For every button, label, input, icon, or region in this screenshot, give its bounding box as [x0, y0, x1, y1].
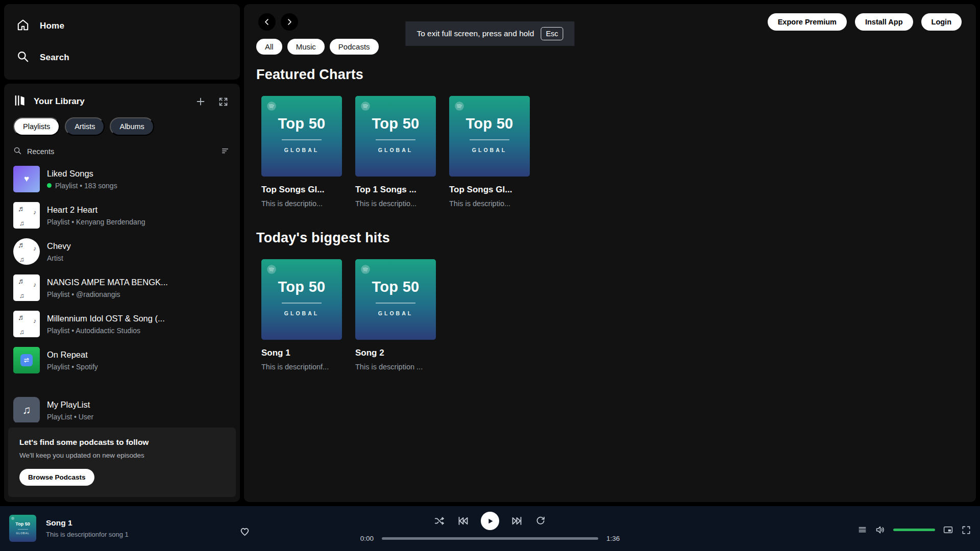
downloaded-dot-icon [47, 183, 52, 188]
card-title: Top 1 Songs ... [355, 185, 436, 195]
item-title: On Repeat [47, 350, 98, 360]
podcast-banner-title: Let's find some podcasts to follow [19, 438, 225, 447]
card-description: This is description ... [355, 363, 436, 371]
chart-card-3[interactable]: Top 50 GLOBAL Top Songs Gl... This is de… [449, 96, 530, 208]
top50-cover: Top 50 GLOBAL [449, 96, 530, 177]
recents-label[interactable]: Recents [27, 147, 54, 156]
hit-card-1[interactable]: Top 50 GLOBAL Song 1 This is description… [261, 259, 342, 371]
login-button[interactable]: Login [921, 13, 962, 31]
previous-track-button[interactable] [457, 515, 469, 527]
chip-playlists[interactable]: Playlists [13, 117, 60, 136]
library-item-nangis[interactable]: ♬♪♫ NANGIS AMPE MATA BENGK... Playlist •… [8, 271, 236, 304]
sidebar-nav-panel: Home Search [4, 4, 240, 80]
spotify-logo-icon [360, 264, 371, 277]
podcast-banner-subtitle: We'll keep you updated on new episodes [19, 452, 225, 459]
library-filter-chips: Playlists Artists Albums [4, 112, 240, 139]
sort-icon[interactable] [220, 146, 230, 157]
queue-icon[interactable] [857, 525, 867, 535]
shuffle-button[interactable] [434, 515, 445, 527]
library-list: ♥ Liked Songs Playlist • 183 songs ♬♪♫ H… [4, 160, 240, 422]
library-icon [13, 94, 27, 109]
my-playlist-cover: ♫ [13, 397, 40, 422]
music-notes-icon: ♬ [18, 240, 26, 249]
library-item-chevy[interactable]: ♬♪♫ Chevy Artist [8, 235, 236, 268]
card-title: Song 1 [261, 348, 342, 358]
on-repeat-cover [13, 347, 40, 373]
music-notes-icon: ♬ [18, 313, 26, 321]
card-description: This is descriptio... [355, 199, 436, 208]
now-playing-title[interactable]: Song 1 [46, 518, 129, 528]
now-playing-cover[interactable]: Top 50 GLOBAL [9, 515, 36, 542]
sidebar-item-home[interactable]: Home [9, 10, 235, 42]
library-item-on-repeat[interactable]: On Repeat Playlist • Spotify [8, 344, 236, 377]
card-title: Song 2 [355, 348, 436, 358]
chip-artists[interactable]: Artists [65, 117, 105, 136]
picture-in-picture-icon[interactable] [943, 524, 953, 535]
podcast-banner: Let's find some podcasts to follow We'll… [8, 428, 236, 497]
hit-card-2[interactable]: Top 50 GLOBAL Song 2 This is description… [355, 259, 436, 371]
content-filter-pills: All Music Podcasts [256, 39, 976, 55]
fullscreen-icon[interactable] [961, 525, 971, 535]
spotify-logo-icon [11, 517, 14, 520]
library-item-my-playlist[interactable]: ♫ My PlayList PlayList • User [8, 394, 236, 422]
item-subtitle: Playlist • Spotify [47, 363, 98, 371]
browse-podcasts-button[interactable]: Browse Podcasts [19, 469, 94, 486]
forward-button[interactable] [281, 13, 298, 31]
filter-podcasts[interactable]: Podcasts [330, 39, 379, 55]
player-bar: Top 50 GLOBAL Song 1 This is description… [0, 506, 980, 551]
time-total: 1:36 [606, 535, 620, 542]
library-search-icon[interactable] [13, 146, 22, 157]
item-title: Heart 2 Heart [47, 205, 145, 215]
cover-subtitle: GLOBAL [449, 147, 530, 153]
expand-library-icon[interactable] [215, 94, 231, 109]
item-subtitle: PlayList • User [47, 413, 93, 421]
music-notes-icon: ♬ [18, 277, 26, 285]
cover-divider [282, 303, 322, 304]
cover-divider [470, 139, 509, 140]
spotify-logo-icon [266, 264, 277, 277]
library-panel: Your Library Playlists Artists Albums [4, 84, 240, 502]
playlist-cover: ♬♪♫ [13, 202, 40, 229]
cover-divider [376, 303, 415, 304]
playlist-cover: ♬♪♫ [13, 274, 40, 301]
chart-card-1[interactable]: Top 50 GLOBAL Top Songs Gl... This is de… [261, 96, 342, 208]
repeat-button[interactable] [535, 515, 546, 527]
time-elapsed: 0:00 [360, 535, 374, 542]
next-track-button[interactable] [511, 515, 523, 527]
liked-songs-cover: ♥ [13, 166, 40, 192]
artist-avatar: ♬♪♫ [13, 238, 40, 265]
item-subtitle: Playlist • 183 songs [47, 182, 117, 190]
library-item-millennium[interactable]: ♬♪♫ Millennium Idol OST & Song (... Play… [8, 308, 236, 340]
playlist-cover: ♬♪♫ [13, 311, 40, 337]
explore-premium-button[interactable]: Expore Premium [768, 13, 847, 31]
spotify-logo-icon [266, 101, 277, 113]
create-playlist-button[interactable] [193, 94, 208, 109]
item-subtitle: Artist [47, 254, 71, 262]
sidebar-item-search[interactable]: Search [9, 42, 235, 73]
app-window: Home Search Your Library [0, 0, 980, 551]
volume-slider[interactable] [893, 529, 935, 531]
progress-row: 0:00 1:36 [347, 535, 633, 542]
chart-card-2[interactable]: Top 50 GLOBAL Top 1 Songs ... This is de… [355, 96, 436, 208]
cover-subtitle: GLOBAL [355, 147, 436, 153]
back-button[interactable] [258, 13, 276, 31]
install-app-button[interactable]: Install App [855, 13, 913, 31]
filter-music[interactable]: Music [287, 39, 325, 55]
chip-albums[interactable]: Albums [110, 117, 154, 136]
like-track-button[interactable] [239, 525, 251, 539]
filter-all[interactable]: All [256, 39, 282, 55]
play-button[interactable] [481, 512, 499, 530]
item-title: Millennium Idol OST & Song (... [47, 314, 165, 323]
main-content: Expore Premium Install App Login All Mus… [244, 4, 976, 502]
library-item-heart2heart[interactable]: ♬♪♫ Heart 2 Heart Playlist • Kenyang Ber… [8, 199, 236, 232]
card-title: Top Songs Gl... [449, 185, 530, 195]
cover-divider [282, 139, 322, 140]
seek-bar[interactable] [382, 537, 598, 540]
volume-icon[interactable] [875, 524, 886, 535]
toast-text: To exit full screen, press and hold [416, 29, 534, 38]
sidebar: Home Search Your Library [4, 4, 240, 502]
library-item-liked-songs[interactable]: ♥ Liked Songs Playlist • 183 songs [8, 163, 236, 195]
top50-cover: Top 50 GLOBAL [355, 259, 436, 340]
search-label: Search [40, 53, 69, 63]
item-subtitle: Playlist • Autodidactic Studios [47, 327, 165, 335]
